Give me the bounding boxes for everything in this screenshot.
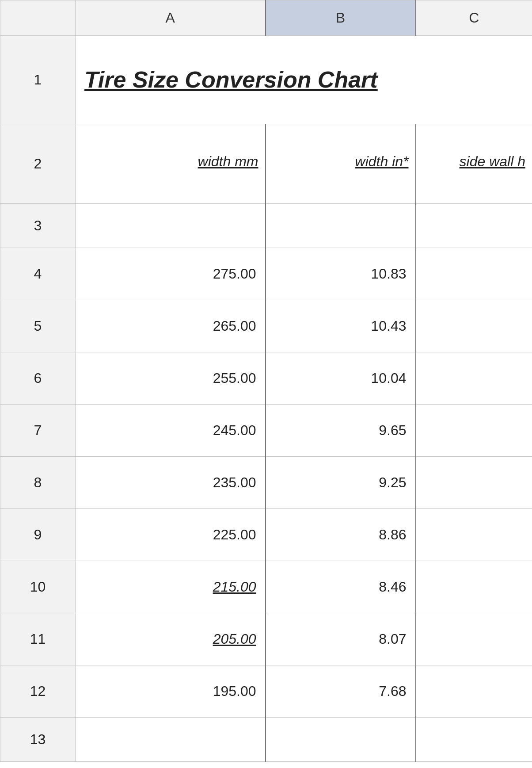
- row4-col-a[interactable]: 275.00: [76, 248, 266, 300]
- row7-col-c[interactable]: [416, 405, 532, 457]
- row3-col-c[interactable]: [416, 204, 532, 248]
- col-b-label-cell[interactable]: width in*: [266, 124, 416, 204]
- row5-col-a[interactable]: 265.00: [76, 300, 266, 352]
- rownum-8: 8: [0, 457, 76, 509]
- row6-col-a[interactable]: 255.00: [76, 352, 266, 405]
- row-9: 9 225.00 8.86: [0, 509, 532, 561]
- row9-col-b[interactable]: 8.86: [266, 509, 416, 561]
- row-13: 13: [0, 718, 532, 762]
- rownum-13: 13: [0, 718, 76, 762]
- col-c-header[interactable]: C: [416, 0, 532, 36]
- row10-col-c[interactable]: [416, 561, 532, 613]
- corner-cell: [0, 0, 76, 36]
- row11-col-b[interactable]: 8.07: [266, 613, 416, 665]
- rownum-10: 10: [0, 561, 76, 613]
- row12-col-a[interactable]: 195.00: [76, 665, 266, 718]
- row9-col-a[interactable]: 225.00: [76, 509, 266, 561]
- row13-col-c[interactable]: [416, 718, 532, 762]
- row13-col-a[interactable]: [76, 718, 266, 762]
- rownum-3: 3: [0, 204, 76, 248]
- col-b-header[interactable]: B: [266, 0, 416, 36]
- rownum-4: 4: [0, 248, 76, 300]
- row7-col-a[interactable]: 245.00: [76, 405, 266, 457]
- title-cell[interactable]: Tire Size Conversion Chart: [76, 36, 532, 124]
- row8-col-b[interactable]: 9.25: [266, 457, 416, 509]
- row-7: 7 245.00 9.65: [0, 405, 532, 457]
- row13-col-b[interactable]: [266, 718, 416, 762]
- rownum-1: 1: [0, 36, 76, 124]
- rownum-2: 2: [0, 124, 76, 204]
- rownum-12: 12: [0, 665, 76, 718]
- row11-col-c[interactable]: [416, 613, 532, 665]
- row-8: 8 235.00 9.25: [0, 457, 532, 509]
- row-5: 5 265.00 10.43: [0, 300, 532, 352]
- row10-col-b[interactable]: 8.46: [266, 561, 416, 613]
- col-c-label-cell[interactable]: side wall h: [416, 124, 532, 204]
- col-a-header[interactable]: A: [76, 0, 266, 36]
- row10-col-a[interactable]: 215.00: [76, 561, 266, 613]
- row5-col-c[interactable]: [416, 300, 532, 352]
- row3-col-a[interactable]: [76, 204, 266, 248]
- row-3: 3: [0, 204, 532, 248]
- spreadsheet: A B C 1 Tire Size Conversion Chart 2 wid…: [0, 0, 532, 762]
- row7-col-b[interactable]: 9.65: [266, 405, 416, 457]
- rownum-6: 6: [0, 352, 76, 405]
- rownum-7: 7: [0, 405, 76, 457]
- row3-col-b[interactable]: [266, 204, 416, 248]
- rownum-5: 5: [0, 300, 76, 352]
- row6-col-c[interactable]: [416, 352, 532, 405]
- row-12: 12 195.00 7.68: [0, 665, 532, 718]
- row-6: 6 255.00 10.04: [0, 352, 532, 405]
- row9-col-c[interactable]: [416, 509, 532, 561]
- row12-col-c[interactable]: [416, 665, 532, 718]
- row-4: 4 275.00 10.83: [0, 248, 532, 300]
- row-2: 2 width mm width in* side wall h: [0, 124, 532, 204]
- column-header-row: A B C: [0, 0, 532, 36]
- row8-col-a[interactable]: 235.00: [76, 457, 266, 509]
- spreadsheet-title: Tire Size Conversion Chart: [84, 67, 378, 92]
- row5-col-b[interactable]: 10.43: [266, 300, 416, 352]
- row12-col-b[interactable]: 7.68: [266, 665, 416, 718]
- row6-col-b[interactable]: 10.04: [266, 352, 416, 405]
- col-a-label-cell[interactable]: width mm: [76, 124, 266, 204]
- row-10: 10 215.00 8.46: [0, 561, 532, 613]
- row-11: 11 205.00 8.07: [0, 613, 532, 665]
- row-1: 1 Tire Size Conversion Chart: [0, 36, 532, 124]
- rownum-11: 11: [0, 613, 76, 665]
- row11-col-a[interactable]: 205.00: [76, 613, 266, 665]
- row4-col-c[interactable]: [416, 248, 532, 300]
- rownum-9: 9: [0, 509, 76, 561]
- row8-col-c[interactable]: [416, 457, 532, 509]
- row4-col-b[interactable]: 10.83: [266, 248, 416, 300]
